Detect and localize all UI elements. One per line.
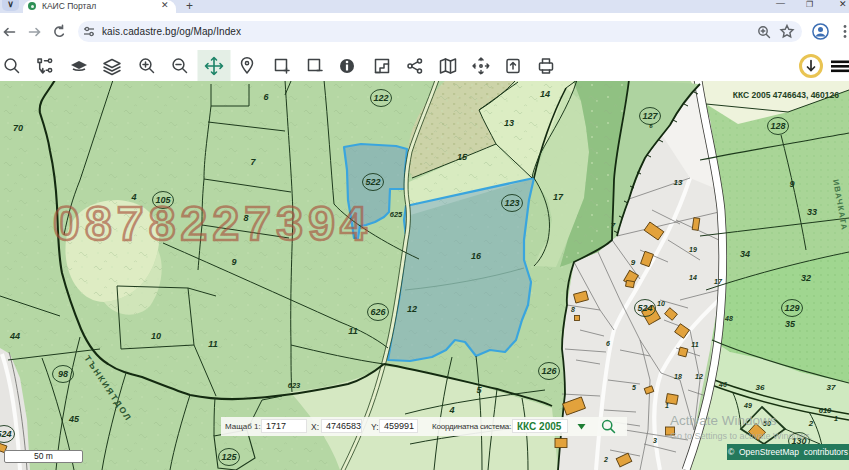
svg-text:34: 34	[740, 249, 750, 259]
svg-text:11: 11	[208, 339, 217, 349]
svg-text:32: 32	[801, 273, 811, 283]
svg-text:127: 127	[642, 111, 658, 121]
svg-text:13: 13	[504, 118, 514, 128]
svg-text:11: 11	[348, 326, 357, 336]
svg-text:625: 625	[390, 210, 403, 219]
svg-text:45: 45	[68, 414, 80, 424]
svg-text:11: 11	[691, 341, 698, 348]
svg-text:9: 9	[631, 258, 636, 267]
svg-text:98: 98	[58, 369, 68, 379]
svg-text:44: 44	[9, 331, 20, 341]
svg-text:18: 18	[674, 373, 682, 380]
svg-text:12: 12	[695, 373, 703, 380]
svg-text:524: 524	[637, 303, 652, 313]
svg-text:70: 70	[13, 123, 23, 133]
svg-text:12: 12	[407, 304, 417, 314]
svg-text:10: 10	[151, 331, 161, 341]
svg-text:9: 9	[789, 179, 794, 189]
svg-text:125: 125	[221, 452, 237, 462]
svg-text:1: 1	[665, 402, 669, 409]
svg-text:522: 522	[365, 177, 380, 187]
svg-text:16: 16	[471, 251, 482, 261]
svg-text:626: 626	[370, 307, 386, 317]
svg-text:46: 46	[718, 381, 727, 388]
svg-text:129: 129	[784, 303, 799, 313]
svg-text:14: 14	[540, 89, 550, 99]
svg-text:14: 14	[689, 274, 697, 281]
svg-text:128: 128	[770, 121, 785, 131]
svg-text:48: 48	[724, 315, 733, 322]
svg-text:2: 2	[603, 456, 608, 463]
svg-text:5: 5	[632, 384, 636, 391]
svg-text:37: 37	[827, 383, 836, 392]
svg-text:123: 123	[504, 198, 519, 208]
svg-text:4: 4	[448, 405, 454, 415]
svg-text:524: 524	[0, 429, 12, 439]
svg-text:7: 7	[611, 221, 616, 230]
svg-text:8: 8	[571, 306, 575, 313]
svg-text:623: 623	[288, 381, 301, 390]
svg-text:33: 33	[807, 207, 817, 217]
svg-text:126: 126	[541, 366, 557, 376]
svg-text:36: 36	[756, 383, 765, 392]
svg-text:6: 6	[606, 340, 610, 347]
svg-text:9: 9	[231, 257, 236, 267]
svg-text:ККС 2005 4746643, 460126: ККС 2005 4746643, 460126	[733, 90, 839, 100]
svg-text:0878227394: 0878227394	[53, 197, 372, 250]
svg-text:3: 3	[653, 437, 657, 444]
svg-text:10: 10	[657, 300, 665, 307]
svg-text:35: 35	[785, 319, 796, 329]
svg-text:17: 17	[553, 192, 564, 202]
svg-text:13: 13	[674, 178, 683, 187]
svg-text:15: 15	[457, 152, 468, 162]
svg-text:49: 49	[743, 402, 752, 409]
svg-text:19: 19	[689, 246, 697, 253]
svg-text:122: 122	[373, 93, 388, 103]
svg-text:17: 17	[714, 278, 723, 285]
